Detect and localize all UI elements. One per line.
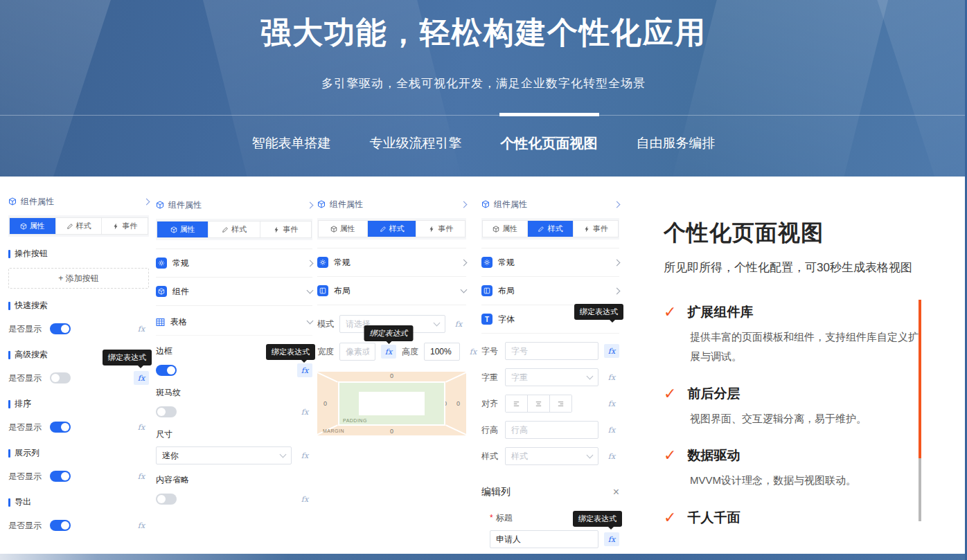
tab-service-orchestration[interactable]: 自由服务编排 — [635, 133, 717, 154]
feature-item-desc: 提供丰富的页面模板和组件，支持组件库自定义扩展与调试。 — [690, 327, 920, 366]
fx-button[interactable]: fx — [604, 423, 619, 437]
tab-properties[interactable]: 属性 — [483, 221, 528, 237]
tab-properties[interactable]: 属性 — [157, 222, 209, 237]
group-layout[interactable]: 布局 — [481, 277, 619, 305]
fx-button[interactable]: fx — [134, 469, 149, 483]
font-weight-select[interactable]: 字重 — [505, 368, 598, 386]
width-input[interactable] — [339, 343, 375, 361]
fx-button[interactable]: fx — [134, 322, 149, 336]
group-table[interactable]: 表格 — [156, 309, 312, 336]
panel-header[interactable]: 组件属性 — [156, 199, 312, 210]
tab-label: 事件 — [122, 221, 137, 231]
align-right-button[interactable] — [550, 395, 571, 412]
tab-process-engine[interactable]: 专业级流程引擎 — [369, 133, 463, 154]
hero-divider — [0, 115, 967, 116]
font-weight-label: 字重 — [481, 372, 499, 383]
fx-button-active[interactable]: fx — [297, 363, 312, 377]
export-toggle[interactable] — [50, 520, 71, 531]
height-input[interactable] — [424, 343, 460, 361]
tab-event[interactable]: 事件 — [102, 218, 148, 234]
fx-button[interactable]: fx — [134, 420, 149, 434]
section-action-buttons: 操作按钮 — [8, 248, 149, 260]
title-input[interactable] — [490, 530, 598, 548]
fx-button-active[interactable]: fx — [604, 532, 619, 546]
margin-bottom-value[interactable]: 0 — [390, 428, 393, 435]
tab-event[interactable]: 事件 — [260, 222, 311, 237]
scrollbar-thumb[interactable] — [919, 300, 921, 458]
tab-style[interactable]: 样式 — [209, 222, 260, 237]
panel-header[interactable]: 组件属性 — [317, 199, 466, 210]
style-select[interactable]: 样式 — [505, 447, 598, 465]
ellipsis-toggle[interactable] — [156, 494, 177, 505]
fx-button-active[interactable]: fx — [604, 344, 619, 358]
group-list: 常规 布局 T 字体 绑定表达式 — [481, 248, 619, 334]
tab-event[interactable]: 事件 — [416, 221, 465, 237]
panel-tabbar: 属性 样式 事件 — [9, 217, 148, 235]
stripe-toggle[interactable] — [156, 406, 177, 417]
section-display-columns: 展示列 — [8, 447, 149, 459]
align-center-button[interactable] — [528, 395, 550, 412]
tab-style[interactable]: 样式 — [368, 221, 417, 237]
tab-properties[interactable]: 属性 — [10, 218, 56, 234]
fx-button[interactable]: fx — [297, 449, 312, 462]
fx-button[interactable]: fx — [604, 449, 619, 463]
panel-header[interactable]: 组件属性 — [8, 196, 149, 207]
advanced-search-toggle[interactable] — [50, 372, 71, 383]
feature-tabs: 智能表单搭建 专业级流程引擎 个性化页面视图 自由服务编排 — [0, 133, 967, 154]
fx-button[interactable]: fx — [451, 317, 466, 331]
group-list: 常规 组件 — [156, 249, 312, 306]
tab-properties[interactable]: 属性 — [319, 221, 368, 237]
margin-right-value[interactable]: 0 — [456, 400, 460, 407]
fx-button[interactable]: fx — [465, 345, 481, 359]
properties-icon — [170, 226, 177, 233]
font-weight-row: 字重 字重 fx — [481, 368, 619, 386]
feature-list: ✓ 扩展组件库 提供丰富的页面模板和组件，支持组件库自定义扩展与调试。 ✓ 前后… — [664, 303, 921, 527]
panel-title: 组件属性 — [330, 199, 363, 210]
tab-smart-form[interactable]: 智能表单搭建 — [251, 133, 332, 154]
tab-style[interactable]: 样式 — [56, 218, 103, 234]
group-layout[interactable]: 布局 — [317, 277, 466, 305]
margin-top-value[interactable]: 0 — [390, 372, 393, 379]
advanced-search-visible-row: 绑定表达式 是否显示 fx — [8, 369, 149, 387]
font-size-row: 字号 fx — [481, 342, 619, 360]
margin-left-value[interactable]: 0 — [323, 400, 327, 407]
tab-label: 样式 — [76, 221, 91, 231]
hero-subtitle: 多引擎驱动，全栈可视化开发，满足企业数字化转型全场景 — [0, 75, 967, 91]
panel-header[interactable]: 组件属性 — [481, 199, 619, 210]
font-size-input[interactable] — [505, 342, 598, 360]
check-icon: ✓ — [664, 448, 676, 463]
check-icon: ✓ — [664, 305, 676, 320]
group-general[interactable]: 常规 — [481, 249, 619, 277]
align-left-button[interactable] — [506, 395, 528, 412]
sort-toggle[interactable] — [50, 422, 71, 433]
fx-button[interactable]: fx — [604, 370, 619, 384]
fx-button[interactable]: fx — [134, 518, 149, 532]
box-model-diagram: 0 0 0 0 0 0 0 0 MARGIN PADDING — [317, 372, 466, 435]
border-toggle[interactable] — [156, 365, 177, 376]
add-button[interactable]: + 添加按钮 — [8, 268, 149, 289]
close-icon[interactable]: × — [613, 487, 619, 498]
group-font[interactable]: T 字体 绑定表达式 — [481, 305, 619, 334]
columns-toggle[interactable] — [50, 471, 71, 482]
line-height-input[interactable] — [505, 421, 598, 439]
scrollbar-track[interactable] — [919, 458, 921, 521]
brush-icon — [538, 226, 544, 233]
feature-title: 个性化页面视图 — [664, 218, 921, 249]
quick-search-toggle[interactable] — [50, 323, 71, 334]
feature-item-desc: 视图界面、交互逻辑分离，易于维护。 — [690, 409, 920, 428]
fx-button[interactable]: fx — [297, 492, 312, 506]
fx-button-active[interactable]: 绑定表达式 fx — [381, 345, 396, 359]
feature-scrollbar[interactable] — [919, 300, 921, 521]
fx-button-active[interactable]: fx — [134, 371, 149, 385]
fx-button[interactable]: fx — [604, 397, 619, 410]
tab-style[interactable]: 样式 — [528, 221, 573, 237]
group-component[interactable]: 组件 — [156, 278, 312, 306]
tab-page-view[interactable]: 个性化页面视图 — [499, 133, 599, 154]
fx-button[interactable]: fx — [297, 405, 312, 419]
panel-tabbar-wrap: 属性 样式 事件 — [156, 219, 312, 240]
group-general[interactable]: 常规 — [317, 249, 466, 277]
size-select[interactable]: 迷你 — [156, 446, 292, 464]
content-region — [359, 392, 425, 415]
group-general[interactable]: 常规 — [156, 249, 312, 278]
tab-event[interactable]: 事件 — [574, 221, 618, 237]
